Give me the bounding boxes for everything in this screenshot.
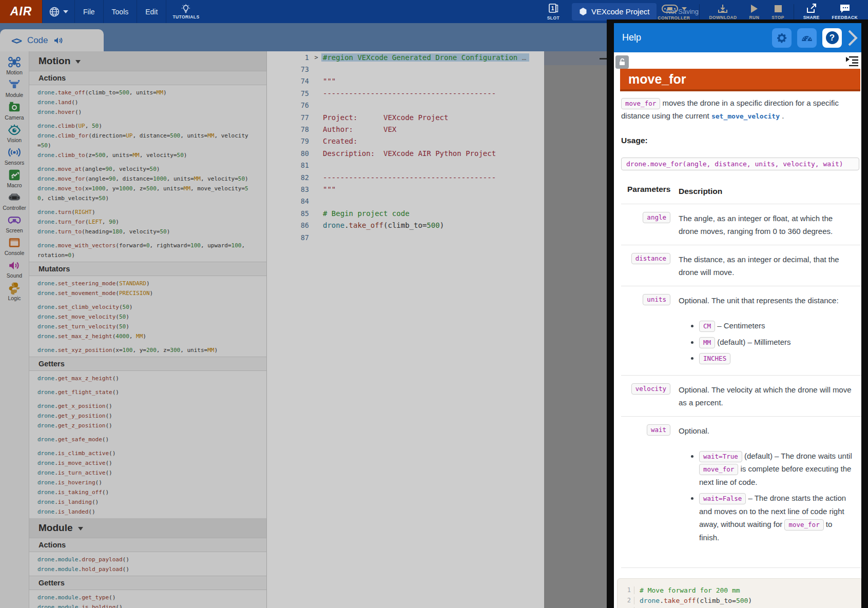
command-row[interactable]: drone.module.is_holding() (29, 602, 259, 608)
command-row[interactable]: drone.is_turn_active() (29, 468, 259, 478)
fold-icon[interactable]: > (311, 54, 321, 61)
parameter-tag: wait (647, 424, 670, 436)
sidebar-item-macro[interactable]: Macro (0, 168, 29, 188)
command-row[interactable]: drone.move_with_vectors(forward=0, right… (29, 241, 259, 260)
stop-icon (774, 4, 782, 14)
globe-icon (49, 6, 60, 17)
line-number: 84 (267, 197, 311, 205)
sidebar-item-label: Vision (7, 137, 22, 143)
command-row[interactable]: drone.climb_for(direction=UP, distance=5… (29, 131, 259, 150)
console-icon (8, 236, 21, 249)
motion-icon (8, 55, 21, 69)
command-row[interactable]: drone.land() (29, 97, 259, 107)
line-number: 86 (267, 221, 311, 229)
command-row[interactable]: drone.get_y_position() (29, 411, 259, 421)
parameter-bullet: MM (default) – Millimeters (699, 336, 852, 349)
subsection-header: Actions (29, 71, 266, 85)
command-row[interactable]: drone.is_hovering() (29, 478, 259, 487)
command-row[interactable]: drone.is_landed() (29, 507, 259, 517)
play-icon (749, 4, 759, 14)
question-icon: ? (826, 31, 839, 44)
editor-line: 75--------------------------------------… (267, 87, 544, 99)
command-row[interactable]: drone.get_z_position() (29, 421, 259, 430)
outdent-icon[interactable] (845, 55, 859, 66)
language-menu[interactable] (42, 0, 75, 23)
help-pin-button[interactable] (615, 55, 629, 69)
sidebar-item-label: Logic (8, 295, 21, 301)
code-editor[interactable]: 1>#region VEXcode Generated Drone Config… (267, 51, 544, 608)
command-row[interactable]: drone.hover() (29, 107, 259, 117)
sidebar-item-controller[interactable]: Controller (0, 191, 29, 211)
sidebar-item-console[interactable]: Console (0, 236, 29, 256)
command-row[interactable]: drone.turn_for(LEFT, 90) (29, 217, 259, 227)
command-row[interactable]: drone.is_taking_off() (29, 487, 259, 497)
command-row[interactable]: drone.is_landing() (29, 497, 259, 507)
project-title-box[interactable]: VEXcode Project (572, 3, 657, 21)
command-row[interactable]: drone.module.drop_payload() (29, 555, 259, 564)
command-row[interactable]: drone.turn_to(heading=180, velocity=50) (29, 227, 259, 237)
section-header-motion[interactable]: Motion (29, 51, 266, 71)
command-row[interactable]: drone.move_at(angle=90, velocity=50) (29, 164, 259, 174)
sidebar-item-module[interactable]: Module (0, 78, 29, 98)
sidebar-item-logic[interactable]: Logic (0, 281, 29, 301)
help-settings-button[interactable] (772, 28, 792, 48)
command-row[interactable]: drone.take_off(climb_to=500, units=MM) (29, 88, 259, 97)
sidebar-item-sensors[interactable]: Sensors (0, 146, 29, 166)
sidebar-item-motion[interactable]: Motion (0, 55, 29, 75)
example-line: 2drone.take_off(climb_to=500) (618, 595, 861, 605)
menu-tools[interactable]: Tools (104, 0, 138, 23)
command-row[interactable]: drone.set_movement_mode(PRECISION) (29, 288, 259, 298)
code-tag: MM (699, 337, 715, 348)
command-row[interactable]: drone.get_x_position() (29, 401, 259, 411)
sidebar-item-label: Controller (3, 205, 26, 211)
sidebar-item-camera[interactable]: Camera (0, 101, 29, 121)
command-row[interactable]: drone.set_move_velocity(50) (29, 312, 259, 322)
command-row[interactable]: drone.climb_to(z=500, units=MM, velocity… (29, 150, 259, 160)
chevron-down-icon (682, 7, 687, 10)
menu-file[interactable]: File (75, 0, 104, 23)
command-row[interactable]: drone.set_steering_mode(STANDARD) (29, 279, 259, 288)
usage-code: drone.move_for(angle, distance, units, v… (621, 158, 859, 170)
section-header-module[interactable]: Module (29, 518, 266, 538)
help-dashboard-button[interactable] (797, 28, 817, 48)
command-row[interactable]: drone.set_max_z_height(4000, MM) (29, 331, 259, 341)
tutorials-button[interactable]: TUTORIALS (166, 0, 205, 23)
slot-button[interactable]: 1 SLOT (541, 0, 566, 23)
logic-icon (8, 281, 21, 295)
sidebar-item-label: Console (5, 250, 25, 256)
subsection-header: Actions (29, 538, 266, 552)
command-row[interactable]: drone.move_to(x=1000, y=1000, z=500, uni… (29, 184, 259, 203)
line-number: 76 (267, 101, 311, 109)
menu-edit[interactable]: Edit (137, 0, 166, 23)
share-icon (806, 4, 817, 14)
hexagon-icon (579, 7, 587, 16)
feedback-icon (839, 4, 851, 14)
tab-code[interactable]: <> Code (0, 29, 104, 51)
help-question-button[interactable]: ? (822, 28, 842, 48)
speaker-icon[interactable] (53, 36, 64, 45)
command-row[interactable]: drone.get_safe_mode() (29, 435, 259, 444)
command-row[interactable]: drone.climb(UP, 50) (29, 121, 259, 131)
command-row[interactable]: drone.set_climb_velocity(50) (29, 302, 259, 312)
command-row[interactable]: drone.module.get_type() (29, 593, 259, 602)
command-row[interactable]: drone.get_max_z_height() (29, 374, 259, 383)
parameters-column-header: Parameters (621, 185, 679, 198)
command-row[interactable]: drone.set_turn_velocity(50) (29, 322, 259, 331)
command-row[interactable]: drone.get_flight_state() (29, 387, 259, 397)
doc-link[interactable]: set_move_velocity (711, 112, 780, 120)
parameter-tag: angle (643, 212, 670, 223)
command-row[interactable]: drone.move_for(angle=90, distance=1000, … (29, 174, 259, 184)
help-collapse-chevron[interactable] (847, 29, 858, 47)
command-row[interactable]: drone.set_xyz_position(x=100, y=200, z=3… (29, 345, 259, 355)
command-row[interactable]: drone.is_move_active() (29, 458, 259, 468)
command-row[interactable]: drone.module.hold_payload() (29, 564, 259, 574)
help-topic-title: move_for (628, 72, 686, 87)
example-code-block: 1# Move forward for 200 mm2drone.take_of… (617, 578, 861, 608)
command-row[interactable]: drone.turn(RIGHT) (29, 207, 259, 217)
sidebar-item-vision[interactable]: Vision (0, 123, 29, 143)
command-row[interactable]: drone.is_climb_active() (29, 448, 259, 458)
sidebar-item-sound[interactable]: Sound (0, 259, 29, 279)
sidebar-item-screen[interactable]: Screen (0, 213, 29, 233)
parameter-description: Optional. The velocity at which the dron… (679, 383, 852, 409)
code-tag: CM (699, 321, 715, 332)
